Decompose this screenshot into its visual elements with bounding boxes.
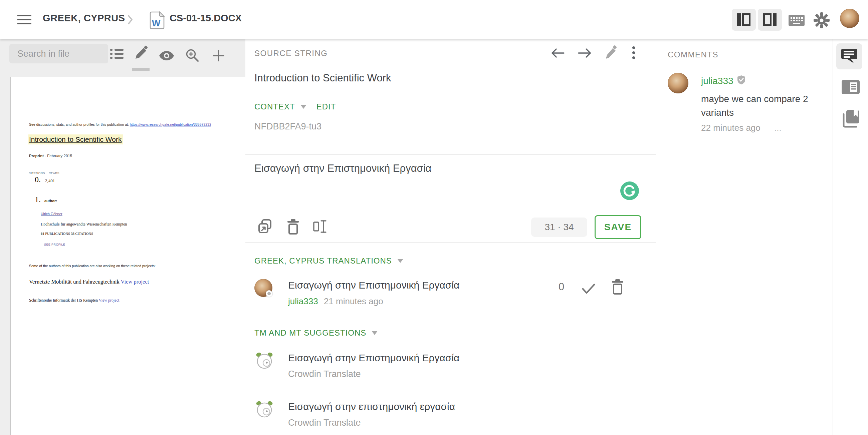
doc-project2-line: Schriftenreihe Informatik der HS Kempten…	[29, 298, 119, 303]
comment-time-row: 22 minutes ago ...	[701, 123, 781, 133]
toggle-right-panel-button[interactable]	[758, 9, 782, 31]
keyboard-shortcuts-icon[interactable]	[788, 15, 805, 26]
top-bar: GREEK, CYPRUS W CS-01-15.DOCX	[0, 0, 868, 39]
source-string-text: Introduction to Scientific Work	[254, 72, 391, 84]
suggestion-text[interactable]: Εισαγωγή στην επιστημονική εργασία	[288, 401, 455, 412]
zoom-in-icon[interactable]	[186, 49, 199, 64]
doc-title-highlighted[interactable]: Introduction to Scientific Work	[28, 134, 123, 144]
translation-text: Εισαγωγή στην Επιστημονική Εργασία	[288, 279, 459, 291]
context-reader-tab[interactable]	[842, 80, 860, 95]
translations-section-header[interactable]: GREEK, CYPRUS TRANSLATIONS	[254, 256, 392, 266]
panel-right-icon	[763, 13, 777, 26]
suggestions-chevron-down-icon[interactable]	[372, 331, 378, 335]
comment-bubble-icon	[841, 48, 858, 65]
breadcrumb-project[interactable]: GREEK, CYPRUS	[43, 13, 125, 24]
doc-see-profile-link[interactable]: SEE PROFILE	[44, 243, 65, 246]
more-options-icon[interactable]	[632, 46, 635, 61]
context-chevron-down-icon[interactable]	[301, 105, 307, 109]
comments-header: COMMENTS	[668, 50, 718, 59]
edit-source-pencil-icon[interactable]	[604, 45, 617, 61]
doc-citations-reads-header: CITATIONS READS	[29, 171, 59, 175]
panel-left-icon	[737, 13, 750, 26]
doc-citations-value-row: 0.2,401	[35, 175, 55, 184]
previous-string-arrow-icon[interactable]	[550, 47, 564, 60]
translation-time: 21 minutes ago	[324, 296, 383, 306]
crowdin-translate-icon	[255, 352, 273, 371]
context-edit-button[interactable]: EDIT	[316, 102, 336, 111]
translation-textarea[interactable]: Εισαγωγή στην Επιστημονική Εργασία	[245, 155, 656, 241]
save-button[interactable]: SAVE	[595, 215, 641, 239]
translations-chevron-down-icon[interactable]	[397, 259, 403, 263]
translation-author[interactable]: julia333	[288, 296, 318, 306]
document-page[interactable]: See discussions, stats, and author profi…	[10, 77, 246, 435]
comments-panel: COMMENTS julia333 maybe we can compare 2…	[656, 39, 833, 435]
doc-preprint-line: Preprint · February 2015	[29, 154, 72, 158]
suggestion-provider: Crowdin Translate	[288, 369, 361, 379]
comment-author-name[interactable]: julia333	[701, 76, 734, 87]
next-string-arrow-icon[interactable]	[578, 47, 593, 60]
translation-meta: julia333 21 minutes ago	[288, 296, 383, 307]
comment-author-avatar	[668, 73, 688, 93]
suggestion-provider: Crowdin Translate	[288, 417, 361, 428]
source-string-label: SOURCE STRING	[254, 49, 328, 58]
character-counter: 31 · 34	[531, 218, 587, 237]
doc-author-row: 1.author:	[35, 195, 57, 204]
approve-translation-check-icon[interactable]	[582, 283, 595, 296]
grammarly-icon[interactable]	[620, 181, 639, 201]
comment-text: maybe we can compare 2 variants	[701, 92, 814, 120]
doc-researchgate-link[interactable]: https://www.researchgate.net/publication…	[130, 123, 211, 127]
terminology-tab[interactable]	[842, 109, 860, 129]
strings-list-icon[interactable]	[110, 48, 124, 61]
toggle-left-panel-button[interactable]	[732, 9, 756, 31]
crowdin-translate-icon	[255, 400, 273, 420]
suggestion-text[interactable]: Εισαγωγή στην Επιστημονική Εργασία	[288, 352, 459, 364]
search-input[interactable]	[9, 44, 108, 63]
add-string-plus-icon[interactable]	[212, 49, 225, 63]
editor-bottom-divider	[245, 242, 656, 242]
bookmark-collection-icon	[842, 109, 860, 128]
breadcrumb-file-name[interactable]: CS-01-15.DOCX	[169, 13, 242, 24]
crowdin-editor-screen: GREEK, CYPRUS W CS-01-15.DOCX	[0, 0, 868, 435]
translation-votes: 0	[559, 281, 564, 293]
doc-project1-view-link[interactable]: View project	[120, 278, 149, 285]
delete-translation-trash-icon[interactable]	[611, 279, 625, 296]
doc-project2-view-link[interactable]: View project	[99, 298, 120, 303]
doc-author-link[interactable]: Ulrich Göhner	[41, 212, 62, 216]
settings-gear-icon[interactable]	[813, 12, 830, 29]
doc-see-discussions-line: See discussions, stats, and author profi…	[29, 123, 211, 127]
breadcrumb-chevron-icon	[127, 15, 133, 26]
svg-text:W: W	[152, 18, 161, 28]
translation-draft-text: Εισαγωγή στην Επιστημονική Εργασία	[254, 163, 432, 174]
verified-shield-icon	[738, 75, 745, 87]
translate-mode-underline	[132, 68, 150, 71]
comments-tab-active[interactable]	[836, 43, 862, 69]
context-toggle[interactable]: CONTEXT	[254, 102, 295, 111]
doc-affiliation-link[interactable]: Hochschule für angewandte Wissenschaften…	[41, 222, 127, 227]
user-avatar[interactable]	[840, 9, 859, 28]
comment-author-row: julia333	[701, 75, 745, 87]
comment-timestamp: 22 minutes ago	[701, 123, 761, 133]
document-preview-panel: See discussions, stats, and author profi…	[0, 39, 245, 435]
doc-related-projects-line: Some of the authors of this publication …	[29, 264, 156, 268]
word-file-icon: W	[150, 11, 165, 31]
translation-editor-panel: SOURCE STRING Introduction to Scien	[245, 39, 656, 435]
suggestions-section-header[interactable]: TM AND MT SUGGESTIONS	[254, 328, 366, 338]
doc-publications-line: 64 PUBLICATIONS 33 CITATIONS	[41, 232, 93, 236]
select-text-icon[interactable]	[313, 219, 328, 236]
right-icon-rail	[833, 39, 868, 435]
comment-more-button[interactable]: ...	[774, 123, 781, 133]
reader-mode-icon	[842, 80, 860, 94]
string-identifier: NFDBB2FA9-tu3	[254, 122, 321, 132]
hamburger-menu-icon[interactable]	[18, 15, 31, 25]
translate-mode-icon[interactable]	[133, 45, 149, 63]
copy-source-icon[interactable]	[258, 219, 274, 236]
clear-translation-trash-icon[interactable]	[286, 219, 300, 236]
preview-eye-icon[interactable]	[159, 51, 174, 62]
translator-avatar-badge-icon	[266, 290, 272, 297]
doc-project1-line: Vernetzte Mobilität und Fahrzeugtechnik …	[29, 278, 149, 285]
